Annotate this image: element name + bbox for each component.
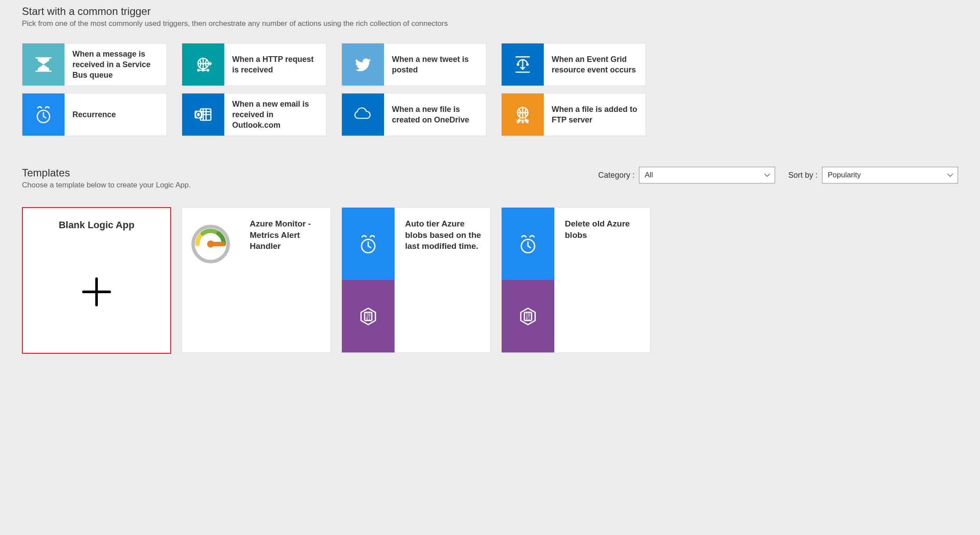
blob-icon: 1001 — [502, 280, 554, 352]
trigger-card[interactable]: When an Event Grid resource event occurs — [501, 43, 646, 86]
svg-point-2 — [202, 69, 204, 71]
service-bus-icon — [22, 43, 65, 86]
template-title: Delete old Azure blobs — [554, 208, 650, 280]
templates-section-subtitle: Choose a template below to create your L… — [22, 181, 191, 190]
sortby-select-value: Popularity — [828, 171, 861, 180]
trigger-label: When a new file is created on OneDrive — [384, 93, 486, 136]
event-grid-icon — [502, 43, 544, 86]
sortby-select[interactable]: Popularity — [822, 167, 958, 183]
svg-point-3 — [207, 69, 208, 71]
trigger-card[interactable]: When a file is added to FTP server — [501, 93, 646, 136]
trigger-card[interactable]: When a new email is received in Outlook.… — [182, 93, 327, 136]
category-label: Category : — [598, 171, 635, 180]
trigger-label: Recurrence — [65, 93, 166, 136]
template-grid: Blank Logic AppAzure Monitor - Metrics A… — [22, 207, 958, 354]
outlook-icon — [182, 93, 224, 136]
svg-point-1 — [198, 69, 199, 71]
trigger-label: When a file is added to FTP server — [544, 93, 646, 136]
plus-icon — [23, 231, 170, 353]
templates-section-title: Templates — [22, 167, 191, 179]
ftp-icon — [502, 93, 544, 136]
svg-point-12 — [522, 122, 524, 123]
trigger-card[interactable]: When a new file is created on OneDrive — [341, 93, 486, 136]
gauge-icon — [182, 208, 239, 280]
trigger-card[interactable]: Recurrence — [22, 93, 167, 136]
template-title: Azure Monitor - Metrics Alert Handler — [239, 208, 330, 280]
template-card[interactable]: Azure Monitor - Metrics Alert Handler — [182, 207, 331, 353]
svg-point-5 — [527, 64, 528, 65]
twitter-icon — [342, 43, 384, 86]
svg-text:01: 01 — [366, 316, 370, 321]
triggers-section-subtitle: Pick from one of the most commonly used … — [22, 19, 958, 28]
chevron-down-icon — [947, 172, 953, 178]
template-title: Blank Logic App — [23, 208, 170, 231]
trigger-card[interactable]: When a new tweet is posted — [341, 43, 486, 86]
category-select-value: All — [645, 171, 653, 180]
template-card[interactable]: Auto tier Azure blobs based on the last … — [341, 207, 491, 353]
template-title: Auto tier Azure blobs based on the last … — [395, 208, 490, 280]
clock-icon — [502, 208, 554, 280]
blob-icon: 1001 — [342, 280, 395, 352]
trigger-card[interactable]: When a message is received in a Service … — [22, 43, 167, 86]
trigger-label: When a HTTP request is received — [224, 43, 326, 86]
svg-point-4 — [517, 64, 519, 65]
clock-icon — [22, 93, 65, 136]
trigger-label: When a new email is received in Outlook.… — [224, 93, 326, 136]
svg-text:01: 01 — [526, 316, 530, 321]
svg-point-13 — [527, 122, 528, 123]
triggers-section-title: Start with a common trigger — [22, 5, 958, 18]
onedrive-icon — [342, 93, 384, 136]
trigger-grid: When a message is received in a Service … — [22, 43, 958, 136]
trigger-label: When a new tweet is posted — [384, 43, 486, 86]
clock-icon — [342, 208, 395, 280]
chevron-down-icon — [764, 172, 770, 178]
trigger-label: When an Event Grid resource event occurs — [544, 43, 646, 86]
svg-point-11 — [517, 122, 519, 123]
sortby-label: Sort by : — [788, 171, 818, 180]
template-card[interactable]: Delete old Azure blobs1001 — [501, 207, 650, 353]
trigger-label: When a message is received in a Service … — [65, 43, 166, 86]
template-card[interactable]: Blank Logic App — [22, 207, 171, 354]
http-icon — [182, 43, 224, 86]
category-select[interactable]: All — [639, 167, 775, 183]
trigger-card[interactable]: When a HTTP request is received — [182, 43, 327, 86]
